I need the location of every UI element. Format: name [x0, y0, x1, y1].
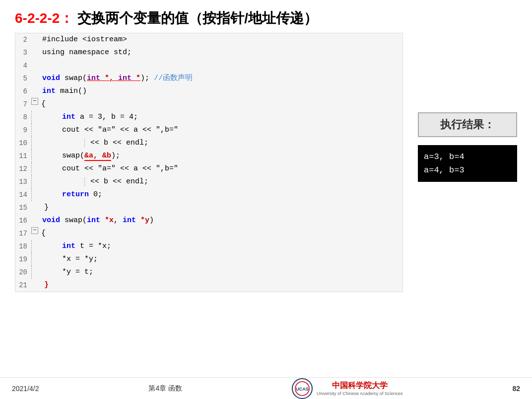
- line-num-12: 12: [15, 162, 31, 175]
- code-line-3: 3 using namespace std;: [15, 46, 402, 59]
- result-output-box: a=3, b=4 a=4, b=3: [418, 145, 517, 182]
- line-num-4: 4: [15, 59, 31, 72]
- line-content-11: swap(&a, &b);: [42, 150, 402, 162]
- code-line-7: 7 − {: [15, 98, 402, 111]
- line-num-15: 15: [15, 201, 31, 214]
- line-num-10: 10: [15, 137, 31, 150]
- code-line-14: 14 return 0;: [15, 188, 402, 201]
- code-line-10: 10 << b << endl;: [15, 137, 402, 150]
- right-panel: 执行结果： a=3, b=4 a=4, b=3: [418, 33, 517, 292]
- logo-icon: UCAS: [292, 378, 313, 399]
- line-content-4: [40, 59, 402, 72]
- line-num-13: 13: [15, 175, 31, 188]
- code-line-9: 9 cout << "a=" << a << ",b=": [15, 124, 402, 137]
- line-content-19: *x = *y;: [42, 253, 402, 266]
- line-content-13: << b << endl;: [42, 175, 402, 188]
- code-line-4: 4: [15, 59, 402, 72]
- code-line-18: 18 int t = *x;: [15, 240, 402, 253]
- line-content-20: *y = t;: [42, 266, 402, 279]
- code-line-11: 11 swap(&a, &b);: [15, 150, 402, 162]
- line-num-16: 16: [15, 214, 31, 227]
- svg-text:UCAS: UCAS: [296, 387, 309, 392]
- line-content-12: cout << "a=" << a << ",b=": [42, 162, 402, 175]
- line-num-19: 19: [15, 253, 31, 266]
- line-content-10: << b << endl;: [42, 137, 402, 150]
- line-num-20: 20: [15, 266, 31, 279]
- line-content-21: }: [42, 279, 402, 292]
- code-line-8: 8 int a = 3, b = 4;: [15, 111, 402, 124]
- line-num-9: 9: [15, 124, 31, 137]
- line-num-5: 5: [15, 72, 31, 85]
- footer-logo-en: University of Chinese Academy of Science…: [317, 391, 403, 396]
- code-line-16: 16 void swap(int *x, int *y): [15, 214, 402, 227]
- line-content-6: int main(): [40, 85, 402, 98]
- line-num-21: 21: [15, 279, 31, 292]
- code-block: 2 #include <iostream> 3 using namespace …: [15, 33, 403, 292]
- content-area: 2 #include <iostream> 3 using namespace …: [0, 33, 532, 292]
- line-content-3: using namespace std;: [40, 46, 402, 59]
- footer-logo-area: UCAS 中国科学院大学 University of Chinese Acade…: [292, 378, 403, 399]
- line-num-18: 18: [15, 240, 31, 253]
- title-number: 6-2-2-2：: [15, 9, 73, 28]
- line-content-14: return 0;: [42, 188, 402, 201]
- code-line-19: 19 *x = *y;: [15, 253, 402, 266]
- result-line2: a=4, b=3: [424, 163, 511, 177]
- result-label: 执行结果：: [440, 118, 495, 131]
- code-line-21: 21 }: [15, 279, 402, 292]
- code-line-17: 17 − {: [15, 227, 402, 240]
- code-line-15: 15 }: [15, 201, 402, 214]
- line-content-9: cout << "a=" << a << ",b=": [42, 124, 402, 137]
- title-text: 交换两个变量的值（按指针/地址传递）: [77, 9, 318, 28]
- line-num-14: 14: [15, 188, 31, 201]
- line-content-2: #include <iostream>: [40, 33, 402, 46]
- line-num-11: 11: [15, 150, 31, 162]
- line-num-6: 6: [15, 85, 31, 98]
- code-line-5: 5 void swap(int *, int *); //函数声明: [15, 72, 402, 85]
- line-num-3: 3: [15, 46, 31, 59]
- footer-logo-cn: 中国科学院大学: [332, 381, 388, 391]
- line-content-17: {: [39, 227, 402, 240]
- slide: 6-2-2-2： 交换两个变量的值（按指针/地址传递） 2 #include <…: [0, 0, 532, 399]
- line-content-5: void swap(int *, int *); //函数声明: [40, 72, 402, 85]
- line-content-15: }: [42, 201, 402, 214]
- footer-date: 2021/4/2: [12, 385, 39, 393]
- code-line-13: 13 << b << endl;: [15, 175, 402, 188]
- footer-page: 82: [512, 385, 520, 393]
- result-label-box: 执行结果：: [418, 112, 517, 137]
- footer-logo-text: 中国科学院大学 University of Chinese Academy of…: [317, 381, 403, 396]
- footer-chapter: 第4章 函数: [148, 384, 182, 393]
- line-num-2: 2: [15, 33, 31, 46]
- line-num-17: 17: [15, 227, 31, 240]
- line-num-8: 8: [15, 111, 31, 124]
- footer: 2021/4/2 第4章 函数 UCAS 中国科学院大学 University …: [0, 377, 532, 399]
- line-content-16: void swap(int *x, int *y): [40, 214, 402, 227]
- line-num-7: 7: [15, 98, 31, 111]
- line-content-18: int t = *x;: [42, 240, 402, 253]
- result-line1: a=3, b=4: [424, 150, 511, 163]
- code-line-6: 6 int main(): [15, 85, 402, 98]
- title-bar: 6-2-2-2： 交换两个变量的值（按指针/地址传递）: [0, 0, 532, 33]
- line-content-7: {: [39, 98, 402, 111]
- line-content-8: int a = 3, b = 4;: [42, 111, 402, 124]
- code-line-12: 12 cout << "a=" << a << ",b=": [15, 162, 402, 175]
- code-line-2: 2 #include <iostream>: [15, 33, 402, 46]
- code-line-20: 20 *y = t;: [15, 266, 402, 279]
